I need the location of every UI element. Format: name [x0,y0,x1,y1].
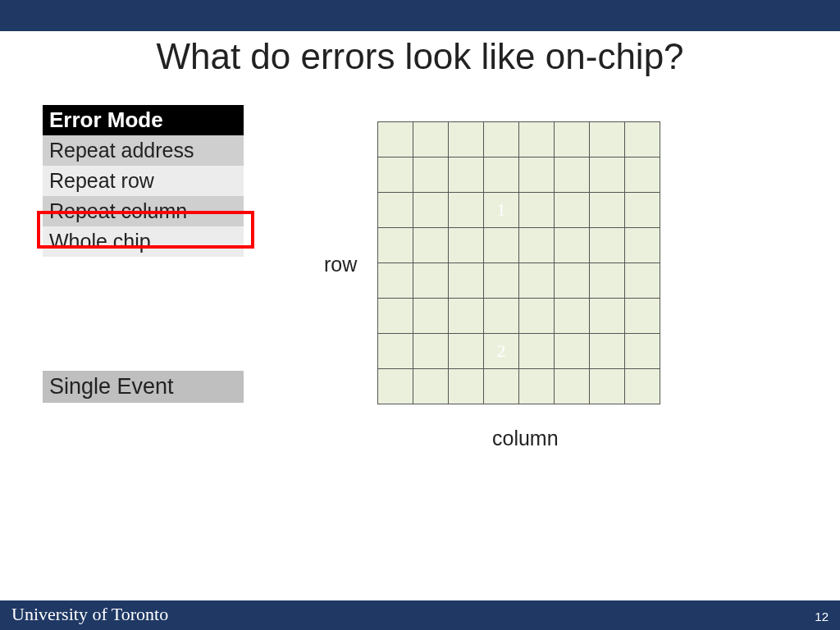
grid-cell [378,228,413,263]
grid-cell [519,263,555,299]
page-number: 12 [815,609,829,623]
grid-cell [449,158,484,193]
grid-cell [413,263,449,299]
grid-cell [625,193,660,228]
grid-cell [378,263,413,299]
grid-cell [519,334,555,369]
grid-cell [555,299,590,334]
grid-cell [625,369,660,404]
grid-cell [413,122,449,158]
grid-cell [484,263,519,299]
grid-cell: 1 [484,193,519,228]
grid-cell [449,369,484,404]
error-mode-header: Error Mode [43,105,244,135]
grid-cell [625,158,660,193]
grid-row-label: row [324,253,357,276]
grid-cell [519,158,555,193]
grid-cell [519,299,555,334]
grid-col-label: column [492,427,559,450]
grid-cell [449,193,484,228]
error-mode-row: Repeat row [43,166,244,196]
grid-cell [590,228,625,263]
grid-cell [484,299,519,334]
grid-cell [378,193,413,228]
grid-cell [484,369,519,404]
grid-cell [413,228,449,263]
header-band [0,0,840,31]
grid-cell [625,263,660,299]
grid-cell [625,299,660,334]
error-mode-row: Whole chip [43,226,244,257]
grid-cell [449,122,484,158]
single-event-label: Single Event [43,371,244,403]
grid-cell: 2 [484,334,519,369]
error-mode-row: Repeat column [43,196,244,226]
grid-cell [625,228,660,263]
grid-cell [590,158,625,193]
chip-grid: 12 [377,121,660,404]
grid-cell [413,334,449,369]
grid-cell [590,369,625,404]
grid-cell [413,193,449,228]
grid-cell [413,158,449,193]
grid-cell [378,158,413,193]
grid-cell [625,334,660,369]
grid-cell [555,369,590,404]
grid-cell [519,228,555,263]
grid-cell [484,228,519,263]
grid-cell [555,263,590,299]
grid-cell [590,193,625,228]
grid-cell [378,122,413,158]
grid-cell [590,299,625,334]
grid-cell [378,334,413,369]
grid-cell [555,193,590,228]
grid-cell [449,263,484,299]
grid-cell [378,369,413,404]
grid-cell [449,334,484,369]
footer-institution: University of Toronto [11,604,168,625]
grid-cell [484,122,519,158]
grid-cell [449,299,484,334]
grid-cell [625,122,660,158]
grid-cell [413,369,449,404]
grid-cell [519,122,555,158]
grid-cell [590,334,625,369]
grid-cell [519,369,555,404]
grid-cell [555,158,590,193]
error-mode-table: Error Mode Repeat address Repeat row Rep… [43,105,244,257]
grid-cell [555,334,590,369]
grid-cell [378,299,413,334]
footer-bar: University of Toronto 12 [0,600,840,630]
error-mode-row: Repeat address [43,135,244,166]
grid-cell [413,299,449,334]
grid-cell [449,228,484,263]
grid-cell [519,193,555,228]
slide-title: What do errors look like on-chip? [0,36,840,77]
grid-cell [555,122,590,158]
grid-cell [555,228,590,263]
grid-cell [484,158,519,193]
grid-cell [590,122,625,158]
grid-cell [590,263,625,299]
